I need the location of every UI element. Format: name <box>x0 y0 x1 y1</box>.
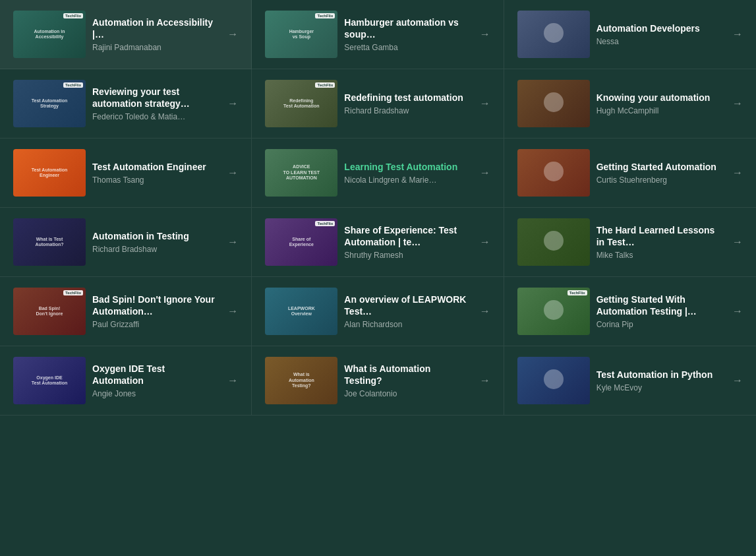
card-author-18: Kyle McEvoy <box>596 383 723 392</box>
card-17[interactable]: What is Automation Testing?What is Autom… <box>252 346 504 416</box>
card-title-16: Oxygen IDE Test Automation <box>92 363 218 386</box>
card-author-3: Nessa <box>596 37 723 46</box>
card-arrow-14[interactable]: → <box>480 305 490 317</box>
card-title-13: Bad Spin! Don't Ignore Your Automation… <box>92 293 218 317</box>
card-arrow-11[interactable]: → <box>480 236 490 248</box>
card-6[interactable]: Knowing your automationHugh McCamphill→ <box>504 69 756 139</box>
card-author-16: Angie Jones <box>92 389 218 398</box>
card-arrow-16[interactable]: → <box>227 375 238 386</box>
card-arrow-18[interactable]: → <box>732 375 743 386</box>
card-arrow-17[interactable]: → <box>480 375 490 386</box>
card-16[interactable]: Oxygen IDE Test AutomationOxygen IDE Tes… <box>0 346 252 416</box>
card-info-7: Test Automation EngineerThomas Tsang <box>86 161 225 185</box>
card-arrow-15[interactable]: → <box>732 305 743 317</box>
card-title-3: Automation Developers <box>596 22 723 34</box>
card-arrow-12[interactable]: → <box>732 236 743 248</box>
card-info-11: Share of Experience: Test Automation | t… <box>337 224 477 260</box>
card-arrow-9[interactable]: → <box>732 167 743 179</box>
thumbnail-4: TechFlixTest Automation Strategy <box>13 80 86 127</box>
card-13[interactable]: TechFlixBad Spin! Don't IgnoreBad Spin! … <box>0 277 252 346</box>
card-info-6: Knowing your automationHugh McCamphill <box>590 92 730 115</box>
card-info-5: Redefining test automationRichard Bradsh… <box>337 92 477 115</box>
card-author-10: Richard Bradshaw <box>92 245 218 254</box>
card-title-12: The Hard Learned Lessons in Test… <box>596 224 723 248</box>
card-arrow-1[interactable]: → <box>227 28 238 40</box>
card-title-4: Reviewing your test automation strategy… <box>92 86 218 109</box>
card-info-2: Hamburger automation vs soup…Seretta Gam… <box>337 16 477 52</box>
card-title-8: Learning Test Automation <box>344 161 470 173</box>
card-8[interactable]: ADVICE TO LEARN TEST AUTOMATIONLearning … <box>252 139 504 208</box>
card-author-6: Hugh McCamphill <box>596 106 723 115</box>
card-arrow-3[interactable]: → <box>732 28 743 40</box>
card-arrow-13[interactable]: → <box>227 305 238 317</box>
card-title-9: Getting Started Automation <box>596 161 723 173</box>
card-title-17: What is Automation Testing? <box>344 363 470 386</box>
card-info-14: An overview of LEAPWORK Test…Alan Richar… <box>337 293 477 329</box>
card-author-15: Corina Pip <box>596 320 723 329</box>
card-arrow-2[interactable]: → <box>480 28 490 40</box>
thumbnail-11: TechFlixShare of Experience <box>265 218 337 266</box>
card-title-14: An overview of LEAPWORK Test… <box>344 293 470 317</box>
card-18[interactable]: Test Automation in PythonKyle McEvoy→ <box>504 346 756 416</box>
card-author-2: Seretta Gamba <box>344 43 470 52</box>
card-info-10: Automation in TestingRichard Bradshaw <box>86 230 225 254</box>
card-info-18: Test Automation in PythonKyle McEvoy <box>590 369 730 392</box>
thumbnail-8: ADVICE TO LEARN TEST AUTOMATION <box>265 149 337 197</box>
thumbnail-3 <box>517 11 590 58</box>
card-14[interactable]: LEAPWORK OverviewAn overview of LEAPWORK… <box>252 277 504 346</box>
card-4[interactable]: TechFlixTest Automation StrategyReviewin… <box>0 69 252 139</box>
card-info-4: Reviewing your test automation strategy…… <box>86 86 225 121</box>
card-info-9: Getting Started AutomationCurtis Stuehre… <box>590 161 730 185</box>
card-12[interactable]: The Hard Learned Lessons in Test…Mike Ta… <box>504 208 756 277</box>
thumbnail-18 <box>517 357 590 404</box>
card-author-1: Rajini Padmanaban <box>92 43 218 52</box>
card-2[interactable]: TechFlixHamburger vs SoupHamburger autom… <box>252 0 504 69</box>
card-author-12: Mike Talks <box>596 251 723 260</box>
card-15[interactable]: TechFlixGetting Started With Automation … <box>504 277 756 346</box>
card-11[interactable]: TechFlixShare of ExperienceShare of Expe… <box>252 208 504 277</box>
card-author-7: Thomas Tsang <box>92 175 218 185</box>
thumbnail-12 <box>517 218 590 266</box>
card-info-13: Bad Spin! Don't Ignore Your Automation…P… <box>86 293 225 329</box>
card-arrow-8[interactable]: → <box>480 167 490 179</box>
card-10[interactable]: What is Test Automation?Automation in Te… <box>0 208 252 277</box>
card-info-16: Oxygen IDE Test AutomationAngie Jones <box>86 363 225 398</box>
thumbnail-6 <box>517 80 590 127</box>
card-5[interactable]: TechFlixRedefining Test AutomationRedefi… <box>252 69 504 139</box>
card-9[interactable]: Getting Started AutomationCurtis Stuehre… <box>504 139 756 208</box>
thumbnail-5: TechFlixRedefining Test Automation <box>265 80 337 127</box>
thumbnail-16: Oxygen IDE Test Automation <box>13 357 86 404</box>
card-info-1: Automation in Accessibility |…Rajini Pad… <box>86 16 225 52</box>
card-title-11: Share of Experience: Test Automation | t… <box>344 224 470 248</box>
thumbnail-13: TechFlixBad Spin! Don't Ignore <box>13 288 86 335</box>
card-info-3: Automation DevelopersNessa <box>590 22 730 46</box>
card-title-18: Test Automation in Python <box>596 369 723 381</box>
card-arrow-7[interactable]: → <box>227 167 238 179</box>
thumbnail-14: LEAPWORK Overview <box>265 288 337 335</box>
card-arrow-6[interactable]: → <box>732 98 743 109</box>
thumbnail-15: TechFlix <box>517 288 590 335</box>
thumbnail-9 <box>517 149 590 197</box>
card-title-1: Automation in Accessibility |… <box>92 16 218 40</box>
card-arrow-10[interactable]: → <box>227 236 238 248</box>
card-arrow-5[interactable]: → <box>480 98 490 109</box>
card-author-14: Alan Richardson <box>344 320 470 329</box>
card-title-6: Knowing your automation <box>596 92 723 104</box>
card-arrow-4[interactable]: → <box>227 98 238 109</box>
thumbnail-10: What is Test Automation? <box>13 218 86 266</box>
card-info-17: What is Automation Testing?Joe Colantoni… <box>337 363 477 398</box>
card-3[interactable]: Automation DevelopersNessa→ <box>504 0 756 69</box>
card-author-13: Paul Grizzaffi <box>92 320 218 329</box>
thumbnail-7: Test Automation Engineer <box>13 149 86 197</box>
card-1[interactable]: TechFlixAutomation in AccessibilityAutom… <box>0 0 252 69</box>
card-info-15: Getting Started With Automation Testing … <box>590 293 730 329</box>
card-author-5: Richard Bradshaw <box>344 106 470 115</box>
thumbnail-1: TechFlixAutomation in Accessibility <box>13 11 86 58</box>
card-info-12: The Hard Learned Lessons in Test…Mike Ta… <box>590 224 730 260</box>
video-grid: TechFlixAutomation in AccessibilityAutom… <box>0 0 756 416</box>
card-title-15: Getting Started With Automation Testing … <box>596 293 723 317</box>
card-title-2: Hamburger automation vs soup… <box>344 16 470 40</box>
card-7[interactable]: Test Automation EngineerTest Automation … <box>0 139 252 208</box>
card-title-5: Redefining test automation <box>344 92 470 104</box>
card-title-7: Test Automation Engineer <box>92 161 218 173</box>
